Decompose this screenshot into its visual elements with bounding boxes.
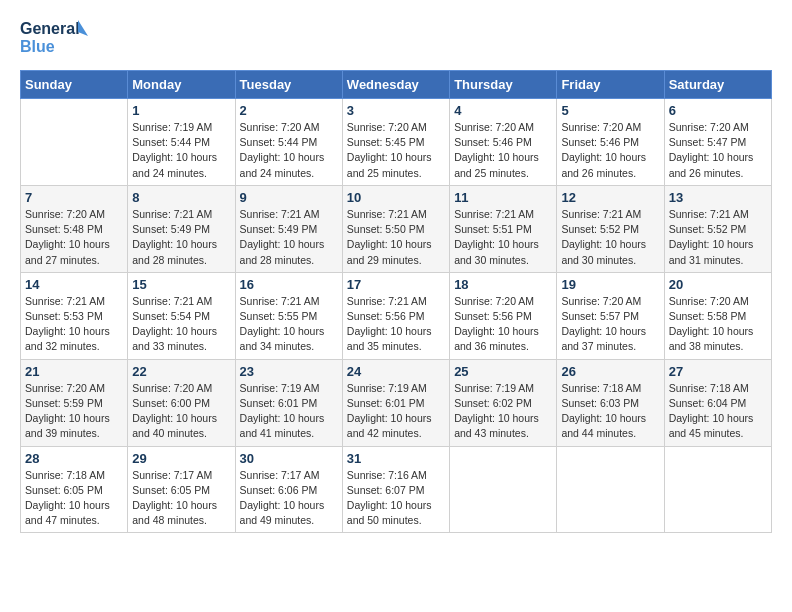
calendar-cell: 14Sunrise: 7:21 AM Sunset: 5:53 PM Dayli… (21, 272, 128, 359)
day-number: 27 (669, 364, 767, 379)
day-number: 29 (132, 451, 230, 466)
day-number: 2 (240, 103, 338, 118)
calendar-cell: 11Sunrise: 7:21 AM Sunset: 5:51 PM Dayli… (450, 185, 557, 272)
calendar-cell: 3Sunrise: 7:20 AM Sunset: 5:45 PM Daylig… (342, 99, 449, 186)
day-info: Sunrise: 7:21 AM Sunset: 5:52 PM Dayligh… (561, 207, 659, 268)
day-info: Sunrise: 7:18 AM Sunset: 6:05 PM Dayligh… (25, 468, 123, 529)
calendar-cell: 4Sunrise: 7:20 AM Sunset: 5:46 PM Daylig… (450, 99, 557, 186)
day-info: Sunrise: 7:20 AM Sunset: 5:56 PM Dayligh… (454, 294, 552, 355)
calendar-table: SundayMondayTuesdayWednesdayThursdayFrid… (20, 70, 772, 533)
calendar-cell: 18Sunrise: 7:20 AM Sunset: 5:56 PM Dayli… (450, 272, 557, 359)
day-info: Sunrise: 7:19 AM Sunset: 6:02 PM Dayligh… (454, 381, 552, 442)
calendar-cell: 27Sunrise: 7:18 AM Sunset: 6:04 PM Dayli… (664, 359, 771, 446)
calendar-cell: 6Sunrise: 7:20 AM Sunset: 5:47 PM Daylig… (664, 99, 771, 186)
calendar-week-row: 28Sunrise: 7:18 AM Sunset: 6:05 PM Dayli… (21, 446, 772, 533)
day-info: Sunrise: 7:19 AM Sunset: 5:44 PM Dayligh… (132, 120, 230, 181)
day-number: 8 (132, 190, 230, 205)
weekday-header: Thursday (450, 71, 557, 99)
calendar-cell (664, 446, 771, 533)
page-header: GeneralBlue (20, 16, 772, 58)
day-number: 1 (132, 103, 230, 118)
weekday-header-row: SundayMondayTuesdayWednesdayThursdayFrid… (21, 71, 772, 99)
calendar-cell: 17Sunrise: 7:21 AM Sunset: 5:56 PM Dayli… (342, 272, 449, 359)
day-number: 21 (25, 364, 123, 379)
calendar-cell: 26Sunrise: 7:18 AM Sunset: 6:03 PM Dayli… (557, 359, 664, 446)
day-info: Sunrise: 7:21 AM Sunset: 5:49 PM Dayligh… (132, 207, 230, 268)
weekday-header: Saturday (664, 71, 771, 99)
calendar-cell: 20Sunrise: 7:20 AM Sunset: 5:58 PM Dayli… (664, 272, 771, 359)
calendar-cell: 2Sunrise: 7:20 AM Sunset: 5:44 PM Daylig… (235, 99, 342, 186)
day-info: Sunrise: 7:20 AM Sunset: 5:46 PM Dayligh… (561, 120, 659, 181)
day-info: Sunrise: 7:21 AM Sunset: 5:54 PM Dayligh… (132, 294, 230, 355)
day-number: 24 (347, 364, 445, 379)
calendar-cell: 5Sunrise: 7:20 AM Sunset: 5:46 PM Daylig… (557, 99, 664, 186)
day-number: 6 (669, 103, 767, 118)
calendar-week-row: 1Sunrise: 7:19 AM Sunset: 5:44 PM Daylig… (21, 99, 772, 186)
day-number: 9 (240, 190, 338, 205)
calendar-cell: 9Sunrise: 7:21 AM Sunset: 5:49 PM Daylig… (235, 185, 342, 272)
calendar-cell: 30Sunrise: 7:17 AM Sunset: 6:06 PM Dayli… (235, 446, 342, 533)
day-info: Sunrise: 7:20 AM Sunset: 5:48 PM Dayligh… (25, 207, 123, 268)
logo-icon: GeneralBlue (20, 16, 90, 58)
calendar-cell: 19Sunrise: 7:20 AM Sunset: 5:57 PM Dayli… (557, 272, 664, 359)
day-number: 31 (347, 451, 445, 466)
svg-text:Blue: Blue (20, 38, 55, 55)
calendar-cell (21, 99, 128, 186)
day-info: Sunrise: 7:21 AM Sunset: 5:49 PM Dayligh… (240, 207, 338, 268)
day-number: 10 (347, 190, 445, 205)
day-number: 26 (561, 364, 659, 379)
day-number: 18 (454, 277, 552, 292)
calendar-week-row: 21Sunrise: 7:20 AM Sunset: 5:59 PM Dayli… (21, 359, 772, 446)
weekday-header: Wednesday (342, 71, 449, 99)
calendar-week-row: 7Sunrise: 7:20 AM Sunset: 5:48 PM Daylig… (21, 185, 772, 272)
day-info: Sunrise: 7:18 AM Sunset: 6:03 PM Dayligh… (561, 381, 659, 442)
calendar-cell: 15Sunrise: 7:21 AM Sunset: 5:54 PM Dayli… (128, 272, 235, 359)
weekday-header: Monday (128, 71, 235, 99)
day-info: Sunrise: 7:20 AM Sunset: 5:45 PM Dayligh… (347, 120, 445, 181)
calendar-cell: 31Sunrise: 7:16 AM Sunset: 6:07 PM Dayli… (342, 446, 449, 533)
day-info: Sunrise: 7:21 AM Sunset: 5:51 PM Dayligh… (454, 207, 552, 268)
day-info: Sunrise: 7:20 AM Sunset: 5:46 PM Dayligh… (454, 120, 552, 181)
day-info: Sunrise: 7:20 AM Sunset: 5:44 PM Dayligh… (240, 120, 338, 181)
day-number: 20 (669, 277, 767, 292)
day-info: Sunrise: 7:21 AM Sunset: 5:53 PM Dayligh… (25, 294, 123, 355)
calendar-cell: 28Sunrise: 7:18 AM Sunset: 6:05 PM Dayli… (21, 446, 128, 533)
day-number: 23 (240, 364, 338, 379)
day-number: 11 (454, 190, 552, 205)
calendar-cell: 24Sunrise: 7:19 AM Sunset: 6:01 PM Dayli… (342, 359, 449, 446)
day-number: 3 (347, 103, 445, 118)
day-info: Sunrise: 7:20 AM Sunset: 6:00 PM Dayligh… (132, 381, 230, 442)
day-info: Sunrise: 7:17 AM Sunset: 6:06 PM Dayligh… (240, 468, 338, 529)
calendar-cell: 22Sunrise: 7:20 AM Sunset: 6:00 PM Dayli… (128, 359, 235, 446)
day-info: Sunrise: 7:21 AM Sunset: 5:55 PM Dayligh… (240, 294, 338, 355)
day-number: 30 (240, 451, 338, 466)
day-number: 17 (347, 277, 445, 292)
day-info: Sunrise: 7:21 AM Sunset: 5:52 PM Dayligh… (669, 207, 767, 268)
day-info: Sunrise: 7:19 AM Sunset: 6:01 PM Dayligh… (347, 381, 445, 442)
day-number: 19 (561, 277, 659, 292)
day-info: Sunrise: 7:16 AM Sunset: 6:07 PM Dayligh… (347, 468, 445, 529)
day-number: 12 (561, 190, 659, 205)
calendar-cell: 25Sunrise: 7:19 AM Sunset: 6:02 PM Dayli… (450, 359, 557, 446)
day-number: 16 (240, 277, 338, 292)
day-info: Sunrise: 7:20 AM Sunset: 5:47 PM Dayligh… (669, 120, 767, 181)
weekday-header: Tuesday (235, 71, 342, 99)
calendar-cell: 7Sunrise: 7:20 AM Sunset: 5:48 PM Daylig… (21, 185, 128, 272)
calendar-cell (450, 446, 557, 533)
weekday-header: Sunday (21, 71, 128, 99)
day-number: 4 (454, 103, 552, 118)
calendar-cell: 8Sunrise: 7:21 AM Sunset: 5:49 PM Daylig… (128, 185, 235, 272)
calendar-cell: 10Sunrise: 7:21 AM Sunset: 5:50 PM Dayli… (342, 185, 449, 272)
weekday-header: Friday (557, 71, 664, 99)
calendar-cell: 1Sunrise: 7:19 AM Sunset: 5:44 PM Daylig… (128, 99, 235, 186)
day-info: Sunrise: 7:17 AM Sunset: 6:05 PM Dayligh… (132, 468, 230, 529)
day-info: Sunrise: 7:21 AM Sunset: 5:50 PM Dayligh… (347, 207, 445, 268)
day-number: 28 (25, 451, 123, 466)
day-info: Sunrise: 7:20 AM Sunset: 5:59 PM Dayligh… (25, 381, 123, 442)
calendar-cell (557, 446, 664, 533)
day-info: Sunrise: 7:20 AM Sunset: 5:57 PM Dayligh… (561, 294, 659, 355)
day-info: Sunrise: 7:20 AM Sunset: 5:58 PM Dayligh… (669, 294, 767, 355)
calendar-cell: 13Sunrise: 7:21 AM Sunset: 5:52 PM Dayli… (664, 185, 771, 272)
calendar-cell: 12Sunrise: 7:21 AM Sunset: 5:52 PM Dayli… (557, 185, 664, 272)
day-info: Sunrise: 7:18 AM Sunset: 6:04 PM Dayligh… (669, 381, 767, 442)
